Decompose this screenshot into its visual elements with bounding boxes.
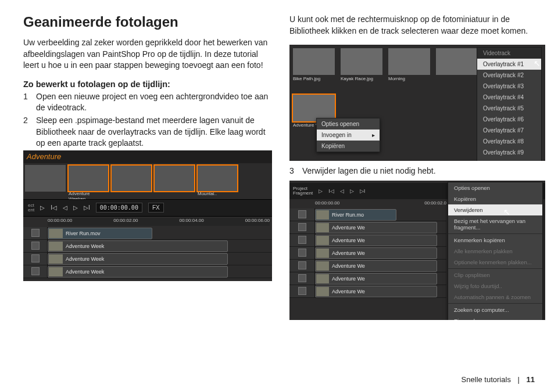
cursor-icon: ↖: [534, 59, 541, 68]
menu-item-insert-in[interactable]: Invoegen in▸: [317, 130, 380, 141]
fx-button[interactable]: FX: [148, 203, 164, 213]
play-button[interactable]: ▷: [319, 188, 323, 194]
submenu-overlaytrack-6[interactable]: Overlaytrack #6: [477, 114, 541, 125]
context-menu: Opties openen Invoegen in▸ Kopiëren: [316, 118, 380, 152]
menu-item-split[interactable]: Clip opsplitsen: [448, 269, 542, 280]
overlay-clip[interactable]: Adventure We: [315, 247, 437, 259]
page-number: 11: [527, 375, 535, 384]
ruler-tick: 00:00:02.00: [113, 218, 138, 226]
step-2: 2 Sleep een .pspimage-bestand met meerde…: [23, 115, 272, 149]
subheading: Zo bewerkt u fotolagen op de tijdlijn:: [23, 80, 272, 89]
ruler-tick: 00:00:00.00: [315, 200, 339, 207]
submenu-overlaytrack-10[interactable]: Overlaytrack #10: [477, 158, 541, 161]
thumb-label: Mountai..: [198, 191, 237, 196]
video-clip[interactable]: River Run.mo: [315, 209, 396, 221]
next-button[interactable]: ▷: [73, 204, 78, 211]
ruler-tick: 00:00:06.00: [245, 218, 270, 226]
chevron-right-icon: ▸: [372, 132, 375, 138]
project-label: Adventure: [23, 150, 272, 163]
page-footer: Snelle tutorials | 11: [462, 375, 535, 384]
submenu-overlaytrack-3[interactable]: Overlaytrack #3: [477, 81, 541, 92]
submenu-overlaytrack-7[interactable]: Overlaytrack #7: [477, 125, 541, 136]
overlay-clip[interactable]: Adventure Week: [48, 253, 228, 265]
overlay-clip[interactable]: Adventure We: [315, 222, 437, 233]
prev-button[interactable]: ◁: [63, 204, 67, 211]
step-number: 3: [289, 166, 302, 177]
clip-context-menu: Opties openen Kopiëren Verwijderen Bezig…: [448, 182, 543, 320]
submenu-overlaytrack-5[interactable]: Overlaytrack #5: [477, 103, 541, 114]
overlay-clip[interactable]: Adventure Week: [48, 266, 228, 278]
step-text: Verwijder lagen die u niet nodig hebt.: [302, 166, 545, 177]
footer-label: Snelle tutorials: [462, 375, 511, 384]
menu-item-open-options[interactable]: Opties openen: [448, 182, 542, 193]
step-text: Open een nieuwe project en voeg een acht…: [36, 91, 272, 114]
intro-paragraph: Uw verbeelding zal zeker worden geprikke…: [23, 37, 272, 71]
submenu-overlaytrack-8[interactable]: Overlaytrack #8: [477, 136, 541, 147]
menu-item-replace[interactable]: Bezig met het vervangen van fragment...: [448, 215, 542, 233]
menu-item-panzoom[interactable]: Automatisch pannen & zoomen: [448, 292, 542, 303]
menu-item-delete[interactable]: Verwijderen: [448, 204, 542, 215]
step-3: 3 Verwijder lagen die u niet nodig hebt.: [289, 166, 545, 177]
menu-item-paste-all[interactable]: Alle kenmerken plakken: [448, 246, 542, 257]
page-title: Geanimeerde fotolagen: [23, 14, 272, 30]
screenshot-library-context: Bike Path.jpg Kayak Race.jpg Morning Off…: [289, 45, 545, 161]
skip-next-button[interactable]: ▷I: [360, 188, 366, 194]
step-number: 2: [23, 115, 36, 149]
prev-button[interactable]: ◁: [340, 188, 344, 194]
ruler-tick: 00:00:02.0: [424, 200, 446, 207]
track-submenu: Videotrack Overlaytrack #1 Overlaytrack …: [477, 47, 542, 161]
overlay-clip[interactable]: Adventure We: [315, 235, 437, 246]
overlay-clip[interactable]: Adventure We: [315, 260, 437, 272]
right-intro: U kunt ook met de rechtermuisknop op de …: [289, 14, 545, 37]
cursor-icon: ↖: [503, 207, 510, 217]
menu-item-duration[interactable]: Wijzig foto duurtijd..: [448, 280, 542, 292]
next-button[interactable]: ▷: [350, 188, 354, 194]
skip-next-button[interactable]: ▷I: [84, 204, 90, 211]
step-number: 1: [23, 91, 36, 114]
thumb-label: Morning: [388, 76, 430, 81]
submenu-videotrack[interactable]: Videotrack: [477, 48, 541, 59]
screenshot-timeline-1: Adventure Adventure Weeken.. Mountai..: [23, 150, 272, 281]
submenu-overlaytrack-9[interactable]: Overlaytrack #9: [477, 147, 541, 158]
overlay-clip[interactable]: Adventure Week: [48, 240, 228, 252]
thumb-label: Kayak Race.jpg: [341, 76, 382, 81]
video-clip[interactable]: River Run.mov: [48, 228, 152, 239]
menu-item-properties[interactable]: Eigenschappen...: [448, 315, 542, 320]
fragment-label-small: ent: [28, 208, 34, 213]
step-1: 1 Open een nieuwe project en voeg een ac…: [23, 91, 272, 114]
screenshot-timeline-context: Project Fragment ▷ I◁ ◁ ▷ ▷I 00:00:00.00…: [289, 181, 545, 320]
ruler-tick: 00:00:00.00: [48, 218, 72, 226]
menu-item-search[interactable]: Zoeken op computer...: [448, 304, 542, 315]
fragment-label: Fragment: [293, 191, 313, 196]
skip-prev-button[interactable]: I◁: [328, 188, 334, 194]
menu-item-open-options[interactable]: Opties openen: [317, 118, 380, 130]
menu-item-copy[interactable]: Kopiëren: [448, 193, 542, 204]
play-button[interactable]: ▷: [40, 204, 45, 211]
footer-separator: |: [518, 375, 520, 384]
submenu-overlaytrack-1[interactable]: Overlaytrack #1: [477, 59, 541, 70]
skip-prev-button[interactable]: I◁: [51, 204, 57, 211]
menu-item-copy[interactable]: Kopiëren: [317, 141, 380, 152]
ruler-tick: 00:00:04.00: [179, 218, 203, 226]
submenu-overlaytrack-4[interactable]: Overlaytrack #4: [477, 92, 541, 103]
timecode: 00:00:00.00: [96, 203, 142, 213]
overlay-clip[interactable]: Adventure We: [315, 273, 437, 285]
menu-item-copy-attrs[interactable]: Kenmerken kopiëren: [448, 235, 542, 246]
thumb-label: Bike Path.jpg: [293, 76, 335, 81]
submenu-overlaytrack-2[interactable]: Overlaytrack #2: [477, 70, 541, 81]
menu-item-paste-optional[interactable]: Optionele kenmerken plakken...: [448, 257, 542, 268]
step-text: Sleep een .pspimage-bestand met meerdere…: [36, 115, 272, 149]
overlay-clip[interactable]: Adventure We: [315, 286, 437, 297]
